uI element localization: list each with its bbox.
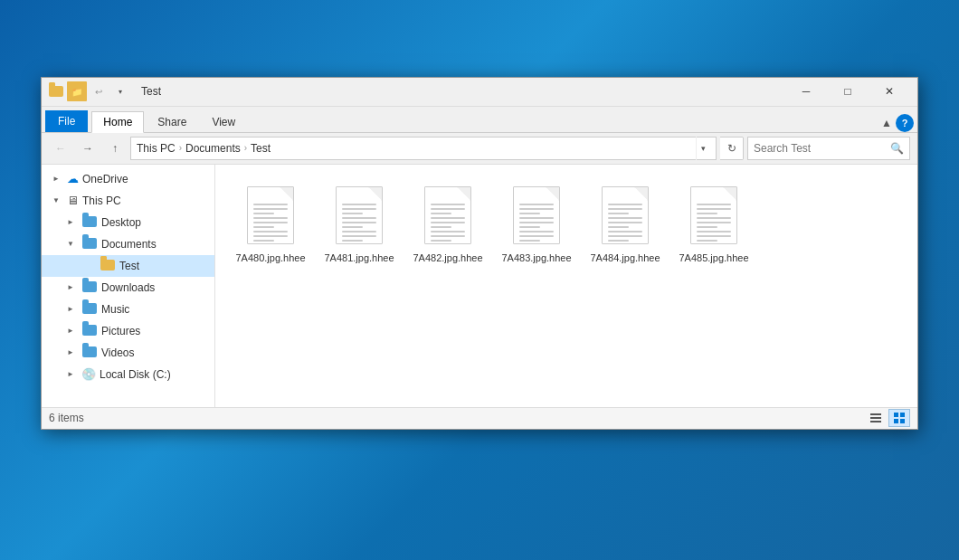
address-dropdown-btn[interactable]: ▾ xyxy=(696,137,710,160)
file-line xyxy=(431,213,451,214)
file-page xyxy=(690,186,737,244)
file-line xyxy=(519,213,540,214)
file-name: 7A483.jpg.hhee xyxy=(501,252,571,264)
svg-rect-5 xyxy=(894,419,898,423)
music-folder-icon xyxy=(82,303,97,315)
drive-icon: 💿 xyxy=(81,367,96,381)
file-name: 7A485.jpg.hhee xyxy=(679,252,748,264)
search-icon[interactable]: 🔍 xyxy=(890,142,904,155)
file-icon-2 xyxy=(421,183,475,248)
close-button[interactable]: ✕ xyxy=(869,77,910,106)
sidebar-item-desktop[interactable]: ► Desktop xyxy=(42,212,214,233)
file-line xyxy=(431,235,465,237)
sidebar-item-music[interactable]: ► Music xyxy=(42,299,214,320)
file-line xyxy=(519,240,540,242)
file-icon-5 xyxy=(687,183,741,248)
ribbon-collapse-btn[interactable]: ▲ xyxy=(878,114,896,132)
file-item[interactable]: 7A483.jpg.hhee xyxy=(496,179,577,268)
file-line xyxy=(431,217,465,219)
address-bar[interactable]: This PC › Documents › Test ▾ xyxy=(130,137,717,160)
file-line xyxy=(519,208,554,210)
qa-btn-dropdown[interactable]: ▾ xyxy=(110,81,130,101)
file-name: 7A482.jpg.hhee xyxy=(413,252,482,264)
file-line xyxy=(342,204,376,205)
tab-file[interactable]: File xyxy=(45,110,88,132)
refresh-button[interactable]: ↻ xyxy=(720,137,744,160)
file-line xyxy=(342,235,376,237)
sidebar-item-onedrive[interactable]: ► ☁ OneDrive xyxy=(42,168,214,190)
file-line xyxy=(253,222,288,223)
file-line xyxy=(608,231,642,233)
view-details-btn[interactable] xyxy=(865,409,887,427)
file-line xyxy=(697,240,717,242)
expand-icon-videos: ► xyxy=(63,346,78,360)
pc-icon: 🖥 xyxy=(67,194,79,207)
file-line xyxy=(697,231,731,233)
qa-btn-1[interactable]: 📁 xyxy=(67,81,87,101)
file-line xyxy=(519,217,554,219)
search-input[interactable] xyxy=(754,142,890,155)
test-folder-icon xyxy=(100,260,115,271)
tab-share[interactable]: Share xyxy=(146,111,198,132)
explorer-window: 📁 ↩ ▾ Test ─ □ ✕ File Home Share View ▲ … xyxy=(41,77,918,430)
file-line xyxy=(608,217,642,219)
file-item[interactable]: 7A484.jpg.hhee xyxy=(584,179,666,268)
sidebar-label-music: Music xyxy=(101,303,129,316)
pictures-folder-icon xyxy=(82,325,97,337)
minimize-button[interactable]: ─ xyxy=(785,77,827,106)
file-lines xyxy=(248,187,293,244)
sidebar-item-pictures[interactable]: ► Pictures xyxy=(42,320,214,342)
sidebar-item-documents[interactable]: ▼ Documents xyxy=(42,233,214,255)
title-bar-icon xyxy=(49,84,63,99)
file-line xyxy=(608,226,629,228)
sidebar-item-localdisk[interactable]: ► 💿 Local Disk (C:) xyxy=(42,364,214,385)
svg-rect-6 xyxy=(900,419,905,423)
tab-home[interactable]: Home xyxy=(91,111,144,133)
documents-folder-icon xyxy=(82,238,97,250)
view-tiles-btn[interactable] xyxy=(888,409,910,427)
sidebar-item-videos[interactable]: ► Videos xyxy=(42,342,214,364)
file-line xyxy=(253,204,288,205)
svg-rect-0 xyxy=(870,413,881,415)
up-button[interactable]: ↑ xyxy=(103,137,127,160)
file-item[interactable]: 7A481.jpg.hhee xyxy=(318,179,400,268)
svg-rect-2 xyxy=(870,421,881,422)
downloads-folder-icon xyxy=(82,281,97,293)
videos-folder-icon xyxy=(82,346,97,358)
bc-documents[interactable]: Documents xyxy=(185,142,241,155)
file-line xyxy=(431,231,465,233)
file-item[interactable]: 7A482.jpg.hhee xyxy=(407,179,489,268)
sidebar-item-downloads[interactable]: ► Downloads xyxy=(42,277,214,299)
ribbon-help-btn[interactable]: ? xyxy=(896,114,914,132)
maximize-button[interactable]: □ xyxy=(827,77,869,106)
bc-test[interactable]: Test xyxy=(251,142,271,155)
file-item[interactable]: 7A480.jpg.hhee xyxy=(230,179,311,268)
file-line xyxy=(431,208,465,210)
file-line xyxy=(342,226,363,228)
qa-btn-2[interactable]: ↩ xyxy=(89,81,109,101)
file-line xyxy=(608,235,642,237)
tab-view[interactable]: View xyxy=(200,111,247,132)
file-name: 7A481.jpg.hhee xyxy=(324,252,394,264)
forward-button[interactable]: → xyxy=(76,137,100,160)
file-line xyxy=(431,226,451,228)
file-line xyxy=(342,231,376,233)
sidebar-item-test[interactable]: Test xyxy=(42,255,214,277)
sidebar-label-test: Test xyxy=(119,260,139,272)
item-count: 6 items xyxy=(49,412,84,424)
sidebar-label-documents: Documents xyxy=(101,238,157,251)
main-area: ► ☁ OneDrive ▼ 🖥 This PC ► Desktop ▼ Doc… xyxy=(42,165,917,407)
ribbon: File Home Share View ▲ ? xyxy=(42,107,917,133)
search-box[interactable]: 🔍 xyxy=(747,137,910,160)
file-line xyxy=(342,222,376,223)
sidebar-label-localdisk: Local Disk (C:) xyxy=(100,368,171,381)
file-line xyxy=(608,208,642,210)
file-item[interactable]: 7A485.jpg.hhee xyxy=(673,179,755,268)
bc-thispc[interactable]: This PC xyxy=(137,142,176,155)
sidebar-label-pictures: Pictures xyxy=(101,325,140,337)
view-buttons xyxy=(865,409,910,427)
file-line xyxy=(431,240,451,242)
sidebar-item-thispc[interactable]: ▼ 🖥 This PC xyxy=(42,190,214,212)
file-line xyxy=(253,235,288,237)
back-button[interactable]: ← xyxy=(49,137,72,160)
